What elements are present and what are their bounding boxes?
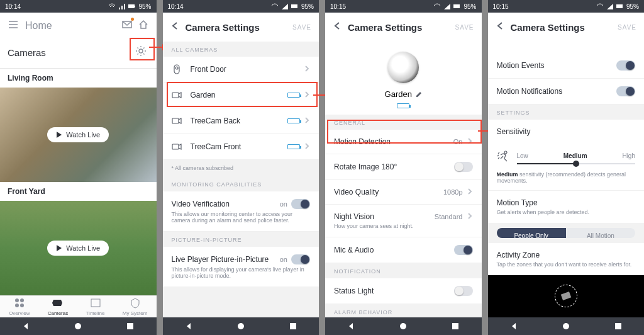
slider-track[interactable] xyxy=(517,163,636,164)
nav-overview[interactable]: Overview xyxy=(9,297,30,316)
camera-row-treecam-back[interactable]: TreeCam Back xyxy=(163,108,319,134)
svg-rect-18 xyxy=(290,323,296,329)
svg-rect-21 xyxy=(452,323,458,329)
bottom-nav: Overview Cameras Timeline My System xyxy=(0,295,157,317)
camera-card-living[interactable]: Living Room Watch Live xyxy=(0,69,157,182)
svg-rect-25 xyxy=(615,323,621,329)
section-alarm: ALARM BEHAVIOR xyxy=(325,304,482,317)
back-icon[interactable] xyxy=(496,21,504,33)
doorbell-icon xyxy=(172,64,183,74)
video-verification-row[interactable]: Video Verificationon This allows our mon… xyxy=(163,191,319,232)
house-icon[interactable] xyxy=(138,19,149,33)
camera-preview[interactable]: Watch Live xyxy=(0,201,157,295)
section-pip: PICTURE-IN-PICTURE xyxy=(163,232,319,247)
camera-name[interactable]: Garden xyxy=(385,89,422,99)
android-navbar xyxy=(488,317,645,335)
save-button[interactable]: SAVE xyxy=(618,24,636,31)
toggle-motion-events[interactable] xyxy=(616,60,635,71)
motion-type-segmented[interactable]: People Only All Motion xyxy=(497,228,636,238)
section-settings: SETTINGS xyxy=(488,105,645,120)
activity-zone-preview[interactable] xyxy=(488,275,645,317)
video-quality-row[interactable]: Video Quality 1080p xyxy=(325,180,482,205)
back-icon[interactable] xyxy=(170,21,179,33)
edit-icon xyxy=(416,91,422,98)
sensitivity-slider[interactable]: LowMediumHigh Medium sensitivity (recomm… xyxy=(488,144,645,191)
home-icon[interactable] xyxy=(399,322,408,331)
toggle-pip[interactable] xyxy=(291,254,310,264)
android-navbar xyxy=(0,317,157,335)
back-icon[interactable] xyxy=(347,322,355,331)
status-battery: 95% xyxy=(138,3,151,10)
battery-icon xyxy=(287,93,300,98)
watch-live-button[interactable]: Watch Live xyxy=(47,241,109,256)
gear-icon[interactable] xyxy=(133,43,149,62)
back-icon[interactable] xyxy=(21,322,30,331)
motion-type-row: Motion Type Get alerts when people are d… xyxy=(488,191,645,223)
camera-row-treecam-front[interactable]: TreeCam Front xyxy=(163,134,319,160)
nav-timeline[interactable]: Timeline xyxy=(86,297,105,316)
play-icon xyxy=(56,132,62,138)
home-topbar: Home xyxy=(0,13,157,39)
recent-icon[interactable] xyxy=(289,322,297,331)
menu-icon[interactable] xyxy=(8,19,19,33)
section-monitoring: MONITORING CAPABILITIES xyxy=(163,176,319,191)
home-title: Home xyxy=(25,20,116,31)
camera-icon xyxy=(172,142,183,152)
save-button[interactable]: SAVE xyxy=(455,24,474,31)
back-icon[interactable] xyxy=(184,322,193,331)
motion-events-row[interactable]: Motion Events xyxy=(488,53,645,79)
battery-icon xyxy=(128,3,136,10)
page-title: Camera Settings xyxy=(348,22,455,33)
svg-point-7 xyxy=(20,304,24,307)
inbox-icon[interactable] xyxy=(121,19,133,33)
seg-people-only[interactable]: People Only xyxy=(497,228,566,238)
settings-header: Camera Settings SAVE xyxy=(488,13,645,42)
svg-point-5 xyxy=(20,298,24,302)
battery-icon xyxy=(397,103,409,108)
camera-row-front-door[interactable]: Front Door xyxy=(163,57,319,82)
toggle-video-verification[interactable] xyxy=(291,199,310,209)
recent-icon[interactable] xyxy=(614,322,623,331)
save-button[interactable]: SAVE xyxy=(292,24,311,31)
status-bar: 10:14 95% xyxy=(0,0,157,13)
camera-image xyxy=(387,52,419,83)
svg-rect-16 xyxy=(172,144,179,149)
camera-card-yard[interactable]: Front Yard Watch Live xyxy=(0,182,157,295)
pip-row[interactable]: Live Player Picture-in-Pictureon This al… xyxy=(163,247,319,287)
camera-icon xyxy=(555,285,577,307)
section-all-cameras: ALL CAMERAS xyxy=(163,42,319,57)
watch-live-button[interactable]: Watch Live xyxy=(47,127,109,142)
toggle-status-light[interactable] xyxy=(454,286,473,296)
seg-all-motion[interactable]: All Motion xyxy=(566,228,635,238)
motion-notifications-row[interactable]: Motion Notifications xyxy=(488,79,645,105)
chevron-right-icon xyxy=(467,212,473,221)
running-icon xyxy=(497,150,511,166)
svg-rect-1 xyxy=(135,6,135,7)
slider-thumb[interactable] xyxy=(573,161,579,167)
camera-title: Living Room xyxy=(0,69,157,88)
home-icon[interactable] xyxy=(236,322,245,331)
mic-audio-row[interactable]: Mic & Audio xyxy=(325,237,482,263)
status-bar: 10:15 95% xyxy=(325,0,482,13)
back-icon[interactable] xyxy=(333,21,341,33)
rotate-row[interactable]: Rotate Image 180° xyxy=(325,154,482,180)
night-vision-row[interactable]: Night VisionStandard How your camera see… xyxy=(325,205,482,237)
back-icon[interactable] xyxy=(509,322,518,331)
camera-row-garden[interactable]: Garden xyxy=(163,82,319,108)
home-icon[interactable] xyxy=(562,322,570,331)
svg-rect-0 xyxy=(128,4,135,8)
home-icon[interactable] xyxy=(74,322,82,331)
toggle-rotate[interactable] xyxy=(454,162,473,172)
nav-cameras[interactable]: Cameras xyxy=(48,297,68,316)
recent-icon[interactable] xyxy=(451,322,460,331)
toggle-motion-notifications[interactable] xyxy=(616,86,635,96)
status-light-row[interactable]: Status Light xyxy=(325,278,482,304)
svg-point-4 xyxy=(15,298,19,302)
toggle-mic[interactable] xyxy=(454,245,473,255)
nav-mysystem[interactable]: My System xyxy=(123,297,148,316)
camera-preview[interactable]: Watch Live xyxy=(0,88,157,182)
motion-detection-row[interactable]: Motion Detection On xyxy=(325,130,482,154)
svg-rect-10 xyxy=(127,323,133,329)
recent-icon[interactable] xyxy=(126,322,135,331)
subscribed-note: * All cameras subscribed xyxy=(163,160,319,176)
